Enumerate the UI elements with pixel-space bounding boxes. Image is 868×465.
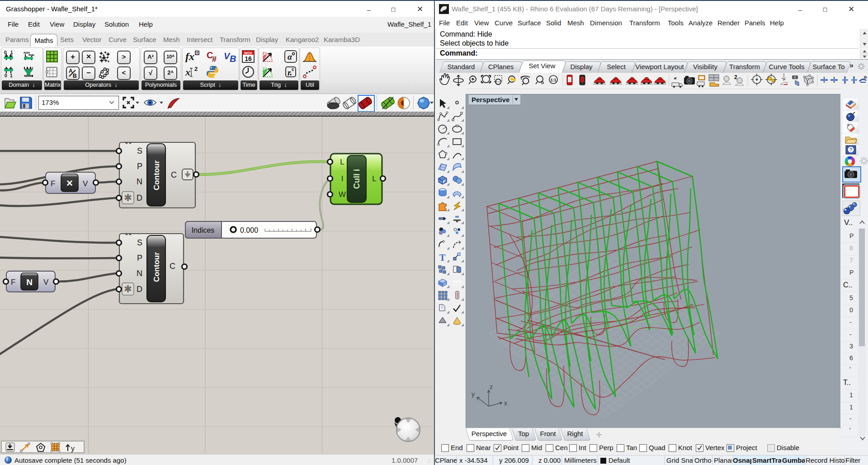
svg-text:Cull i: Cull i [352, 169, 361, 189]
svg-text:1:1: 1:1 [550, 78, 556, 82]
svg-text:P: P [137, 162, 142, 171]
svg-text:P: P [137, 254, 142, 263]
svg-text:✕: ✕ [66, 178, 73, 188]
svg-text:B: B [73, 73, 77, 79]
svg-text:α: α [288, 52, 292, 61]
svg-text:y: y [472, 390, 475, 398]
svg-text:Contour: Contour [152, 252, 161, 282]
svg-text:✱: ✱ [124, 192, 132, 203]
svg-text:Perspective: Perspective [472, 96, 509, 103]
svg-text:D: D [137, 285, 142, 294]
svg-text:r: r [288, 68, 291, 77]
svg-text:C: C [171, 170, 177, 179]
svg-text:L: L [340, 158, 344, 166]
svg-text:I: I [341, 174, 344, 183]
svg-text:F: F [11, 278, 15, 287]
svg-text:C: C [170, 262, 175, 271]
svg-text:S: S [137, 146, 142, 155]
svg-text:1: 1 [10, 73, 13, 78]
svg-text:c: c [292, 67, 294, 72]
svg-text:#: # [212, 55, 217, 64]
svg-text:L: L [372, 174, 376, 183]
svg-text:Indices: Indices [192, 226, 215, 234]
svg-text:N: N [26, 277, 33, 287]
svg-text:x: x [185, 66, 190, 78]
svg-text:x: x [504, 399, 507, 407]
svg-text:fx: fx [185, 51, 194, 62]
svg-text:N: N [137, 177, 142, 186]
svg-text:F: F [51, 179, 55, 188]
svg-text:Contour: Contour [152, 160, 161, 190]
svg-text:0.000: 0.000 [240, 226, 258, 234]
svg-text:T: T [439, 253, 446, 263]
svg-text:NOV: NOV [244, 51, 252, 55]
svg-text:✱: ✱ [124, 283, 132, 295]
svg-text:?: ? [849, 147, 852, 152]
svg-text:»: » [863, 73, 867, 80]
svg-text:V: V [43, 278, 49, 287]
svg-text:B: B [230, 54, 236, 64]
svg-text:6: 6 [445, 5, 447, 9]
svg-text:W: W [339, 190, 346, 199]
svg-text:D: D [137, 193, 142, 202]
svg-text:N: N [137, 269, 142, 278]
svg-text:16: 16 [245, 55, 252, 62]
svg-text:z: z [490, 383, 493, 390]
svg-text:V: V [83, 179, 88, 188]
svg-text:S: S [137, 238, 142, 247]
svg-text:y: y [71, 445, 75, 452]
svg-text:2: 2 [194, 66, 198, 72]
svg-text:0: 0 [5, 73, 7, 78]
